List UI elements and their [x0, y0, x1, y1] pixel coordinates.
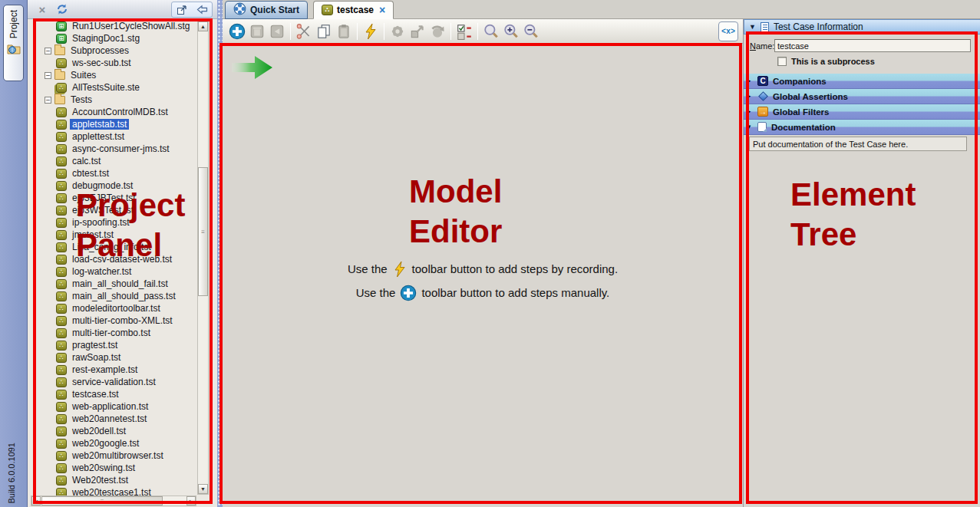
copy-button[interactable]	[314, 21, 334, 41]
collapse-minus-icon[interactable]: –	[45, 97, 51, 104]
tab-testcase[interactable]: ∴ testcase ×	[313, 1, 394, 19]
collapse-minus-icon[interactable]: –	[45, 48, 51, 54]
model-editor-canvas[interactable]: Use thetoolbar button to add steps by re…	[223, 44, 743, 507]
tree-item[interactable]: ∴main_all_should_pass.tst	[31, 290, 197, 302]
project-dock-tab-label: Project	[8, 10, 19, 38]
section-companions[interactable]: ►CCompanions	[744, 74, 980, 89]
tree-item[interactable]: ⊞StagingDoc1.stg	[31, 32, 197, 44]
name-field[interactable]	[774, 39, 971, 52]
tree-item[interactable]: ∴multi-tier-combo-XML.tst	[31, 314, 197, 327]
tst-icon: ∴	[56, 353, 67, 363]
scroll-down-icon[interactable]: ▼	[198, 484, 208, 494]
tree-item[interactable]: ∴web20google.tst	[31, 437, 197, 449]
tree-item[interactable]: ∴rawSoap.tst	[31, 351, 197, 364]
chevron-down-icon[interactable]: ▼	[749, 23, 756, 31]
instruction-line: Use thetoolbar button to add steps manua…	[223, 281, 743, 305]
section-documentation[interactable]: ▼Documentation	[744, 120, 980, 135]
tree-item[interactable]: ∴AccountControlMDB.tst	[31, 106, 197, 118]
chevron-right-icon[interactable]: ►	[746, 108, 753, 115]
xml-view-button[interactable]: <x>	[718, 21, 738, 41]
tree-item-label: Tests	[68, 94, 94, 105]
tree-item[interactable]: –Subprocesses	[31, 44, 197, 57]
tree-item[interactable]: ∴ip-spoofing.tst	[31, 216, 197, 229]
tree-item[interactable]: ∴applettest.tst	[31, 130, 197, 143]
tree-item[interactable]: ∴rest-example.tst	[31, 364, 197, 376]
chevron-right-icon[interactable]: ►	[746, 77, 753, 84]
element-sections: ►CCompanions►Global Assertions►→Global F…	[744, 74, 980, 135]
tree-item-label: service-validation.tst	[70, 377, 158, 387]
section-label: Global Assertions	[773, 92, 848, 101]
section-global-assertions[interactable]: ►Global Assertions	[744, 89, 980, 104]
maximize-icon[interactable]	[175, 3, 189, 17]
tree-item[interactable]: –Suites	[31, 69, 197, 81]
tree-item[interactable]: ∴multi-tier-combo.tst	[31, 327, 197, 339]
section-global-filters[interactable]: ►→Global Filters	[744, 104, 980, 120]
tree-horizontal-scrollbar[interactable]: ◄ ≡ ►	[31, 495, 196, 506]
tree-item-label: ip-spoofing.tst	[70, 217, 132, 228]
tree-item-label: web-application.tst	[70, 401, 150, 412]
tree-item[interactable]: ∴main_all_should_fail.tst	[31, 278, 197, 290]
record-button[interactable]	[361, 21, 381, 41]
tree-item[interactable]: ∴debugmode.tst	[31, 179, 197, 192]
tree-item[interactable]: ∴Lisa_config_info.tst	[31, 241, 197, 253]
add-step-button[interactable]	[227, 21, 247, 41]
tree-item[interactable]: ⊞Run1User1CycleShowAll.stg	[31, 20, 197, 32]
tree-item[interactable]: ∴ejb3WSTest.tst	[31, 204, 197, 216]
tab-quick-start[interactable]: Quick Start	[225, 1, 308, 19]
tree-item-label: modeleditortoolbar.tst	[70, 303, 163, 314]
tst-icon: ∴	[56, 193, 67, 203]
tree-item[interactable]: ∴ejb3EJBTest.tst	[31, 192, 197, 204]
tree-item[interactable]: ∴load-csv-dataset-web.tst	[31, 253, 197, 265]
chevron-right-icon[interactable]: ►	[746, 93, 753, 100]
tree-item[interactable]: ∴appletstab.tst	[31, 118, 197, 130]
panel-splitter[interactable]	[217, 0, 223, 507]
tree-item[interactable]: ∴pragtest.tst	[31, 339, 197, 351]
documentation-textarea[interactable]: Put documentation of the Test Case here.	[749, 137, 967, 151]
subprocess-checkbox[interactable]	[777, 57, 787, 66]
scrollbar-thumb[interactable]: ≡	[41, 496, 163, 505]
tree-item[interactable]: ∴jmstest.tst	[31, 229, 197, 241]
scroll-left-icon[interactable]: ◄	[31, 496, 41, 505]
scroll-right-icon[interactable]: ►	[186, 496, 196, 505]
tree-item[interactable]: –Tests	[31, 94, 197, 106]
instruction-line: Use thetoolbar button to add steps by re…	[223, 257, 743, 281]
ste-icon: ∴	[56, 83, 67, 93]
tree-item[interactable]: ∴cbtest.tst	[31, 167, 197, 179]
tree-item[interactable]: ∴AllTestsSuite.ste	[31, 81, 197, 94]
collapse-left-icon[interactable]	[195, 3, 209, 17]
tree-item[interactable]: ∴testcase.tst	[31, 388, 197, 400]
tree-item[interactable]: ∴web20dell.tst	[31, 425, 197, 437]
tree-item[interactable]: ∴web20swing.tst	[31, 462, 197, 474]
tree-item[interactable]: ∴web-application.tst	[31, 400, 197, 413]
refresh-icon[interactable]	[55, 2, 69, 16]
tree-item[interactable]: ∴web20annetest.tst	[31, 413, 197, 425]
tst-icon: ∴	[56, 230, 67, 240]
tree-item-label: log-watcher.tst	[70, 266, 134, 277]
name-row: Name:	[744, 39, 980, 52]
project-dock-tab[interactable]: Project	[3, 5, 24, 81]
zoom-out-button[interactable]	[521, 21, 541, 41]
scroll-up-icon[interactable]: ▲	[198, 21, 208, 31]
tree-item[interactable]: ∴calc.tst	[31, 155, 197, 167]
tree-item[interactable]: ∴log-watcher.tst	[31, 265, 197, 278]
toggle-checklist-button[interactable]	[454, 21, 474, 41]
close-icon[interactable]: ×	[379, 4, 385, 16]
navigate-back-button	[267, 21, 287, 41]
collapse-minus-icon[interactable]: –	[45, 72, 51, 79]
tree-item[interactable]: ∴service-validation.tst	[31, 376, 197, 388]
cut-button[interactable]	[294, 21, 314, 41]
chevron-down-icon[interactable]: ▼	[746, 123, 753, 130]
tree-item[interactable]: ∴modeleditortoolbar.tst	[31, 302, 197, 314]
tree-vertical-scrollbar[interactable]: ▲ ≡ ▼	[197, 21, 209, 495]
scrollbar-thumb[interactable]: ≡	[198, 167, 208, 296]
tree-item-label: testcase.tst	[70, 389, 121, 400]
zoom-in-button[interactable]	[501, 21, 521, 41]
close-icon[interactable]: ×	[35, 2, 49, 16]
test-case-information-header[interactable]: ▼ Test Case Information	[744, 19, 980, 35]
tree-item[interactable]: ∴async-consumer-jms.tst	[31, 143, 197, 155]
folder-icon	[54, 47, 65, 55]
tree-item[interactable]: ∴Web20test.tst	[31, 474, 197, 486]
tree-item[interactable]: ∴ws-sec-sub.tst	[31, 57, 197, 69]
zoom-actual-button[interactable]	[481, 21, 501, 41]
tree-item[interactable]: ∴web20multibrowser.tst	[31, 449, 197, 462]
